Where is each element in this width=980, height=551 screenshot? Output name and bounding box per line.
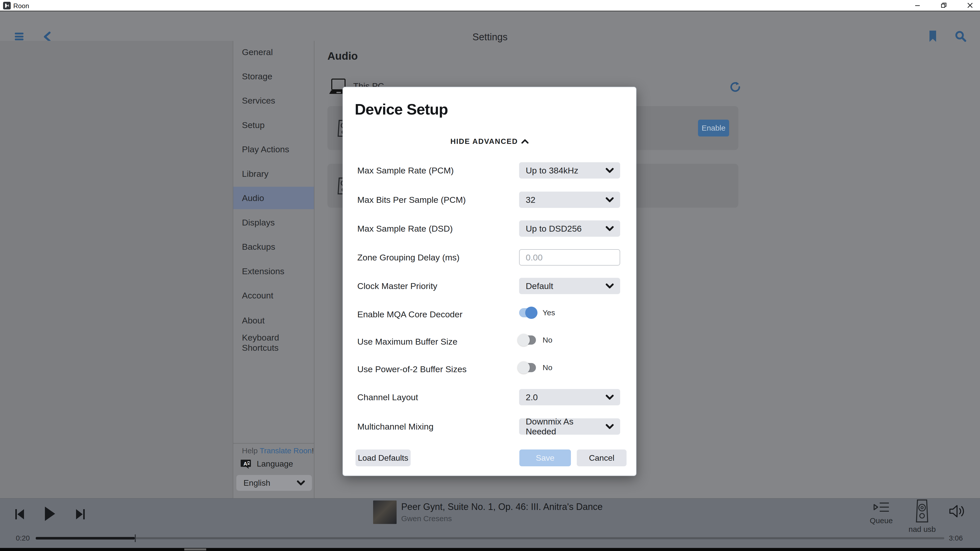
- setting-row: Max Sample Rate (DSD) Up to DSD256: [343, 221, 636, 237]
- setting-row: Use Power-of-2 Buffer Sizes No: [343, 361, 636, 377]
- restore-button[interactable]: [935, 0, 953, 11]
- sidebar-item-account[interactable]: Account: [233, 284, 314, 306]
- chevron-down-icon: [297, 480, 305, 486]
- queue-icon: [873, 501, 889, 514]
- power-of-2-buffer-toggle[interactable]: [519, 362, 536, 373]
- setting-row: Use Maximum Buffer Size No: [343, 333, 636, 350]
- setting-row: Zone Grouping Delay (ms): [343, 249, 636, 265]
- setting-label: Max Sample Rate (DSD): [357, 224, 453, 233]
- sidebar-item-storage[interactable]: Storage: [233, 65, 314, 87]
- chevron-down-icon: [606, 197, 614, 202]
- roon-app-icon: [3, 2, 11, 10]
- sidebar-item-play-actions[interactable]: Play Actions: [233, 138, 314, 160]
- seek-handle[interactable]: [135, 534, 136, 542]
- setting-label: Enable MQA Core Decoder: [357, 310, 463, 319]
- setting-row: Clock Master Priority Default: [343, 278, 636, 294]
- setting-label: Max Bits Per Sample (PCM): [357, 195, 466, 205]
- setting-row: Multichannel Mixing Downmix As Needed: [343, 418, 636, 435]
- language-icon: A: [240, 459, 251, 469]
- save-button[interactable]: Save: [519, 449, 571, 466]
- load-defaults-button[interactable]: Load Defaults: [355, 449, 410, 466]
- sidebar-item-about[interactable]: About: [233, 309, 314, 332]
- previous-track-icon[interactable]: [15, 509, 24, 520]
- toggle-state-label: No: [542, 363, 552, 372]
- language-row: A Language: [240, 459, 293, 469]
- sidebar-item-library[interactable]: Library: [233, 162, 314, 185]
- toggle-state-label: Yes: [542, 308, 555, 317]
- toggle-state-label: No: [542, 336, 552, 345]
- play-icon[interactable]: [45, 506, 56, 521]
- device-setup-dialog: Device Setup HIDE ADVANCED Max Sample Ra…: [342, 87, 636, 476]
- zone-grouping-delay-input[interactable]: [519, 249, 620, 265]
- multichannel-mixing-select[interactable]: Downmix As Needed: [519, 418, 620, 435]
- setting-row: Channel Layout 2.0: [343, 389, 636, 405]
- dialog-title: Device Setup: [355, 100, 448, 118]
- max-bits-per-sample-select[interactable]: 32: [519, 192, 620, 208]
- sidebar-item-general[interactable]: General: [233, 41, 314, 63]
- window-titlebar: Roon: [0, 0, 980, 11]
- setting-label: Use Power-of-2 Buffer Sizes: [357, 364, 466, 374]
- chevron-down-icon: [606, 424, 614, 429]
- setting-label: Use Maximum Buffer Size: [357, 337, 457, 347]
- translate-help-text: Help Translate Roon!: [242, 446, 314, 455]
- bookmark-icon[interactable]: [929, 30, 937, 42]
- content-heading: Audio: [328, 50, 358, 62]
- setting-label: Clock Master Priority: [357, 281, 438, 291]
- setting-label: Max Sample Rate (PCM): [357, 165, 454, 176]
- minimize-button[interactable]: [908, 0, 926, 11]
- sidebar-divider: [233, 443, 314, 444]
- close-button[interactable]: [961, 0, 979, 11]
- sidebar-item-displays[interactable]: Displays: [233, 211, 314, 233]
- svg-text:A: A: [243, 461, 247, 467]
- elapsed-time: 0:20: [16, 534, 30, 542]
- max-sample-rate-dsd-select[interactable]: Up to DSD256: [519, 221, 620, 237]
- settings-sidebar: General Storage Services Setup Play Acti…: [233, 41, 314, 498]
- zone-label: nad usb: [908, 525, 936, 534]
- chevron-up-icon: [522, 139, 528, 144]
- sidebar-item-backups[interactable]: Backups: [233, 235, 314, 258]
- chevron-down-icon: [606, 283, 614, 289]
- queue-label: Queue: [870, 516, 893, 525]
- taskbar-strip: [0, 548, 980, 551]
- queue-button[interactable]: Queue: [870, 501, 893, 525]
- chevron-down-icon: [606, 395, 614, 400]
- zone-picker[interactable]: nad usb: [908, 499, 936, 534]
- refresh-icon[interactable]: [729, 81, 741, 93]
- setting-label: Channel Layout: [357, 392, 418, 402]
- total-time: 3:06: [949, 534, 963, 542]
- track-title[interactable]: Peer Gynt, Suite No. 1, Op. 46: III. Ani…: [401, 502, 603, 512]
- sidebar-item-services[interactable]: Services: [233, 89, 314, 112]
- player-bar: Peer Gynt, Suite No. 1, Op. 46: III. Ani…: [0, 498, 980, 548]
- track-artist[interactable]: Gwen Cresens: [401, 514, 452, 523]
- search-icon[interactable]: [955, 30, 966, 42]
- clock-master-priority-select[interactable]: Default: [519, 278, 620, 294]
- cancel-button[interactable]: Cancel: [577, 449, 627, 466]
- setting-row: Max Sample Rate (PCM) Up to 384kHz: [343, 162, 636, 179]
- sidebar-item-setup[interactable]: Setup: [233, 114, 314, 136]
- seek-bar[interactable]: [36, 537, 944, 539]
- album-art[interactable]: [373, 500, 396, 524]
- sidebar-item-audio[interactable]: Audio: [233, 187, 314, 209]
- chevron-down-icon: [606, 226, 614, 231]
- setting-row: Max Bits Per Sample (PCM) 32: [343, 192, 636, 208]
- seek-fill: [36, 537, 135, 540]
- top-nav-bar: Settings: [0, 11, 980, 41]
- chevron-down-icon: [606, 168, 614, 173]
- taskbar-segment: [184, 548, 206, 551]
- sidebar-item-extensions[interactable]: Extensions: [233, 260, 314, 283]
- channel-layout-select[interactable]: 2.0: [519, 389, 620, 405]
- mqa-core-decoder-toggle[interactable]: [519, 308, 536, 318]
- translate-roon-link[interactable]: Translate Roon: [260, 446, 312, 455]
- language-select[interactable]: English: [236, 475, 312, 491]
- language-label: Language: [257, 459, 293, 468]
- window-title: Roon: [13, 2, 29, 10]
- max-sample-rate-pcm-select[interactable]: Up to 384kHz: [519, 162, 620, 179]
- enable-button[interactable]: Enable: [698, 120, 729, 137]
- hide-advanced-toggle[interactable]: HIDE ADVANCED: [343, 137, 636, 146]
- volume-icon[interactable]: [949, 504, 966, 518]
- sidebar-item-keyboard-shortcuts[interactable]: Keyboard Shortcuts: [233, 329, 314, 357]
- next-track-icon[interactable]: [76, 509, 85, 520]
- setting-row: Enable MQA Core Decoder Yes: [343, 306, 636, 322]
- zones-panel: [0, 41, 233, 498]
- max-buffer-size-toggle[interactable]: [519, 335, 536, 345]
